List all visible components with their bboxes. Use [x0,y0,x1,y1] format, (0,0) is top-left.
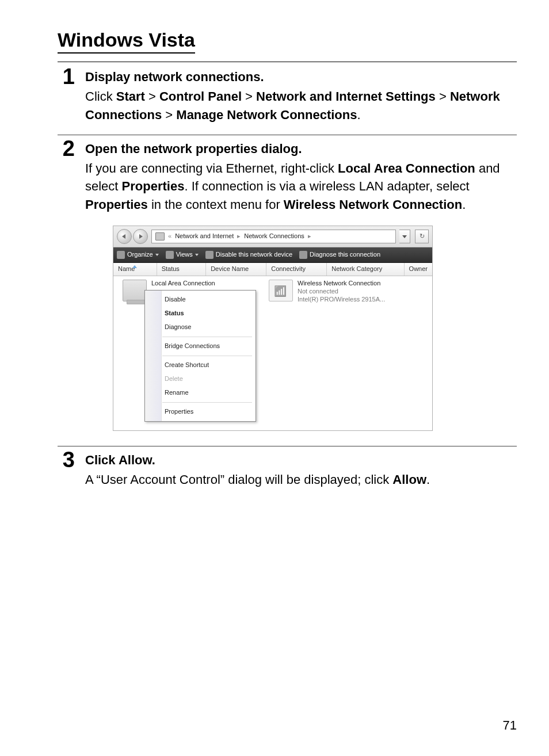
disable-icon [205,251,214,259]
address-bar[interactable]: « Network and Internet ▸ Network Connect… [151,230,396,243]
col-connectivity[interactable]: Connectivity [266,263,327,276]
views-menu[interactable]: Views [166,250,199,259]
diagnose-connection-button[interactable]: Diagnose this connection [299,250,380,259]
step-text: A “User Account Control” dialog will be … [85,471,517,489]
ethernet-icon [123,280,147,301]
page-number: 71 [503,718,517,733]
divider [58,62,517,62]
address-dropdown[interactable] [399,230,410,243]
context-menu: DisableStatusDiagnoseBridge ConnectionsC… [144,290,256,422]
step-3: 3 Click Allow. A “User Account Control” … [58,450,517,489]
column-headers: Name Status Device Name Connectivity Net… [113,263,432,276]
step-heading: Display network connections. [85,68,517,86]
wifi-icon [269,280,293,301]
divider [58,446,517,446]
menu-item-status[interactable]: Status [145,307,256,320]
menu-item-diagnose[interactable]: Diagnose [145,320,256,334]
menu-separator [162,356,252,356]
step-number: 3 [58,449,75,489]
connection-title: Wireless Network Connection [298,280,385,288]
diagnose-icon [299,251,307,259]
page-title: Windows Vista [58,29,195,54]
step-heading: Open the network properties dialog. [85,140,517,158]
connections-area: Local Area Connection Wireless Network C… [113,276,432,430]
step-text: Click Start > Control Panel > Network an… [85,87,517,124]
screenshot-network-connections: « Network and Internet ▸ Network Connect… [113,226,433,431]
col-name[interactable]: Name [113,263,157,276]
refresh-button[interactable]: ↻ [415,230,429,243]
breadcrumb-seg[interactable]: Network Connections [244,232,304,241]
window-titlebar: « Network and Internet ▸ Network Connect… [113,226,432,247]
chevron-right-icon: ▸ [237,232,241,241]
menu-item-disable[interactable]: Disable [145,293,256,307]
chevron-right-icon: ▸ [308,232,311,241]
breadcrumb-seg[interactable]: Network and Internet [175,232,234,241]
col-owner[interactable]: Owner [405,263,432,276]
step-2: 2 Open the network properties dialog. If… [58,139,517,432]
step-number: 1 [58,66,75,124]
step-heading: Click Allow. [85,451,517,469]
step-text: If you are connecting via Ethernet, righ… [85,159,517,215]
col-device[interactable]: Device Name [206,263,266,276]
nav-forward-button[interactable] [133,229,148,244]
connection-device: Intel(R) PRO/Wireless 2915A... [298,296,385,304]
col-status[interactable]: Status [157,263,206,276]
menu-item-rename[interactable]: Rename [145,386,256,400]
organize-menu[interactable]: Organize [117,250,159,259]
breadcrumb-overflow: « [168,232,171,241]
menu-separator [162,337,252,337]
menu-item-create-shortcut[interactable]: Create Shortcut [145,358,256,372]
views-icon [166,251,174,259]
wireless-network-connection[interactable]: Wireless Network Connection Not connecte… [269,280,385,303]
folder-icon [155,232,165,240]
disable-device-button[interactable]: Disable this network device [205,250,292,259]
step-1: 1 Display network connections. Click Sta… [58,67,517,124]
command-bar: Organize Views Disable this network devi… [113,247,432,263]
connection-status: Not connected [298,288,385,296]
nav-back-button[interactable] [117,229,132,244]
menu-item-bridge-connections[interactable]: Bridge Connections [145,339,256,353]
col-category[interactable]: Network Category [327,263,404,276]
menu-separator [162,402,252,403]
menu-item-properties[interactable]: Properties [145,405,256,419]
divider [58,135,517,135]
menu-item-delete: Delete [145,372,256,386]
step-number: 2 [58,138,75,432]
organize-icon [117,251,125,259]
connection-title: Local Area Connection [151,280,215,288]
